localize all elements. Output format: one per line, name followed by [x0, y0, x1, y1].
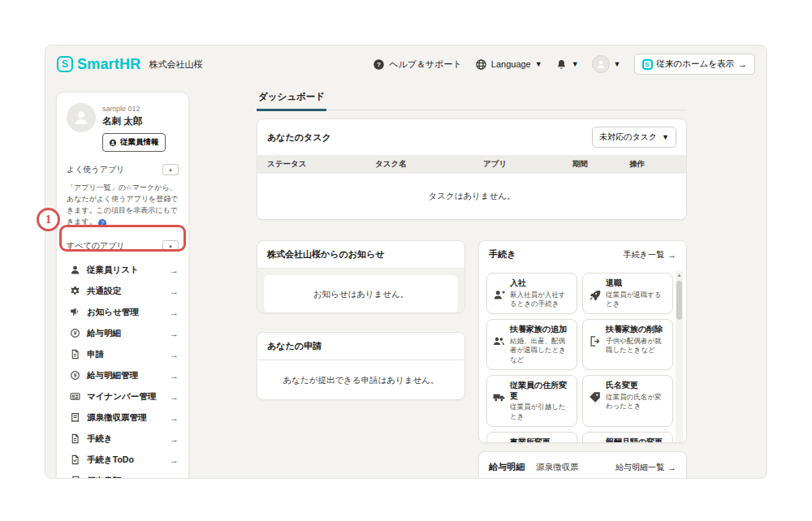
tab-payslips[interactable]: 給与明細: [489, 461, 525, 473]
people-icon: [493, 325, 506, 364]
payslips-header: 給与明細 源泉徴収票 給与明細一覧 →: [479, 452, 686, 479]
payslips-list-link[interactable]: 給与明細一覧 →: [615, 462, 676, 473]
globe-icon: [475, 58, 487, 71]
scroll-up-icon[interactable]: ▲: [676, 271, 683, 279]
scrollbar-thumb[interactable]: [676, 281, 682, 320]
sidebar-item-label: 手続き: [87, 433, 113, 445]
column-action: 操作: [629, 159, 676, 170]
account-menu[interactable]: ▼: [592, 55, 621, 73]
profile-sample-id: sample 012: [102, 105, 166, 113]
tab-withholding-slip[interactable]: 源泉徴収票: [536, 462, 579, 473]
payslips-panel: 給与明細 源泉徴収票 給与明細一覧 →: [478, 451, 687, 479]
all-apps-section-header: すべてのアプリ ▲: [57, 240, 188, 252]
procedures-scrollbar[interactable]: ▲ ▼: [676, 271, 683, 443]
yen-coin-icon: ¥: [70, 370, 80, 381]
procedure-card-office-change[interactable]: 事業所変更 雇用保険被保険者転勤届を作成するとき: [486, 432, 577, 443]
app-window: S SmartHR 株式会社山桜 ? ヘルプ＆サポート Language ▼: [45, 45, 767, 479]
smarthr-logo[interactable]: S SmartHR: [57, 56, 140, 73]
favorites-collapse-button[interactable]: ▲: [162, 164, 179, 175]
chevron-down-icon: ▼: [535, 60, 542, 68]
sidebar-item-announcements[interactable]: お知らせ管理 →: [57, 302, 188, 323]
collapse-up-icon: ▲: [168, 243, 173, 248]
sidebar-item-employee-list[interactable]: 従業員リスト →: [57, 260, 188, 281]
sidebar-item-label: マイナンバー管理: [87, 391, 156, 403]
smarthr-mini-icon: S: [642, 59, 653, 70]
sidebar-item-mynumber-admin[interactable]: マイナンバー管理 →: [57, 386, 188, 407]
svg-text:¥: ¥: [74, 330, 77, 336]
procedures-header: 手続き 手続き一覧 →: [479, 241, 686, 268]
sidebar-item-withholding-admin[interactable]: 源泉徴収票管理 →: [57, 407, 188, 428]
svg-text:¥: ¥: [74, 372, 77, 378]
arrow-right-icon: →: [170, 265, 179, 275]
column-period: 期間: [572, 159, 629, 170]
procedures-grid: 入社 新入社員が入社するときの手続き 退職 従業員が退職するとき 扶養家族の追加: [486, 273, 673, 443]
all-apps-collapse-button[interactable]: ▲: [162, 240, 179, 252]
rocket-icon: [589, 278, 602, 308]
profile-avatar: [67, 103, 96, 132]
arrow-right-icon: →: [667, 250, 676, 260]
sidebar-item-payslip[interactable]: ¥ 給与明細 →: [57, 323, 188, 344]
arrow-right-icon: →: [738, 59, 747, 69]
sidebar-item-procedures-todo[interactable]: 手続きToDo →: [57, 450, 188, 471]
sidebar-item-applications[interactable]: 申請 →: [57, 344, 188, 365]
procedure-card-salary-change[interactable]: ¥ 報酬月額の変更 被保険者報酬月額変更届を作成するとき: [582, 432, 673, 443]
procedure-card-name-change[interactable]: 氏名変更 従業員の氏名が変わったとき: [582, 375, 673, 427]
favorites-section-header: よく使うアプリ ▲: [57, 164, 188, 175]
announcements-panel: 株式会社山桜からのお知らせ お知らせはありません。: [257, 240, 465, 313]
announcements-body: お知らせはありません。: [257, 269, 464, 313]
yen-coin-icon: ¥: [70, 328, 80, 338]
sidebar-item-label: 従業員リスト: [87, 265, 139, 276]
sidebar-item-payslip-admin[interactable]: ¥ 給与明細管理 →: [57, 365, 188, 386]
sidebar-item-submitted-documents[interactable]: 届出書類 →: [57, 471, 188, 479]
applications-title: あなたの申請: [267, 340, 322, 352]
sidebar-item-label: お知らせ管理: [87, 307, 139, 318]
notifications-menu[interactable]: ▼: [555, 58, 579, 71]
column-task-name: タスク名: [375, 159, 483, 170]
arrow-right-icon: →: [170, 455, 179, 465]
procedure-card-leave[interactable]: 退職 従業員が退職するとき: [582, 273, 673, 314]
smarthr-logo-icon: S: [57, 56, 73, 72]
procedures-list-link-label: 手続き一覧: [624, 249, 664, 260]
tab-dashboard[interactable]: ダッシュボード: [257, 91, 326, 111]
procedures-list-link[interactable]: 手続き一覧 →: [624, 249, 676, 260]
procedure-card-add-dependent[interactable]: 扶養家族の追加 結婚、出産、配偶者が退職したときなど: [486, 319, 577, 370]
legacy-home-button[interactable]: S 従来のホームを表示 →: [634, 54, 755, 75]
arrow-right-icon: →: [170, 392, 179, 402]
document-check-icon: [70, 454, 80, 465]
procedure-card-title: 入社: [510, 278, 572, 289]
person-plus-icon: [493, 278, 506, 308]
language-menu[interactable]: Language ▼: [475, 58, 542, 71]
help-support-link[interactable]: ? ヘルプ＆サポート: [373, 58, 462, 71]
employee-info-button[interactable]: 従業員情報: [102, 133, 166, 152]
tasks-title: あなたのタスク: [267, 131, 331, 144]
sidebar-item-label: 届出書類: [87, 476, 121, 479]
sidebar-item-procedures[interactable]: 手続き →: [57, 428, 188, 450]
procedure-card-desc: 従業員の氏名が変わったとき: [606, 393, 667, 411]
sidebar-item-label: 源泉徴収票管理: [87, 412, 147, 424]
employee-info-label: 従業員情報: [120, 137, 159, 148]
task-filter-dropdown[interactable]: 未対応のタスク ▼: [592, 127, 676, 148]
procedure-card-desc: 結婚、出産、配偶者が退職したときなど: [510, 337, 572, 364]
procedure-card-join[interactable]: 入社 新入社員が入社するときの手続き: [486, 273, 577, 314]
yen-icon: ¥: [589, 437, 602, 443]
procedures-title: 手続き: [489, 248, 516, 260]
procedure-card-title: 扶養家族の追加: [510, 325, 572, 335]
exit-door-icon: [589, 325, 602, 364]
sidebar-item-label: 給与明細: [87, 328, 121, 339]
help-icon: ?: [373, 58, 385, 71]
sidebar-item-common-settings[interactable]: 共通設定 →: [57, 281, 188, 302]
applications-header: あなたの申請: [257, 333, 464, 360]
collapse-up-icon: ▲: [168, 167, 173, 172]
applications-panel: あなたの申請 あなたが提出できる申請はありません。: [257, 332, 465, 400]
tasks-empty-message: タスクはありません。: [257, 174, 686, 219]
truck-icon: [493, 381, 506, 421]
procedure-card-address-change[interactable]: 従業員の住所変更 従業員が引越したとき: [486, 375, 577, 427]
building-icon: [493, 437, 506, 443]
documents-icon: [70, 476, 80, 479]
app-header: S SmartHR 株式会社山桜 ? ヘルプ＆サポート Language ▼: [45, 45, 767, 83]
info-icon[interactable]: ?: [98, 219, 106, 227]
language-label: Language: [491, 59, 531, 69]
procedure-card-remove-dependent[interactable]: 扶養家族の削除 子供や配偶者が就職したときなど: [582, 319, 673, 370]
app-nav-list: 従業員リスト → 共通設定 → お知らせ管理 → ¥ 給与明細 → 申請: [57, 260, 188, 479]
bell-icon: [555, 58, 568, 71]
